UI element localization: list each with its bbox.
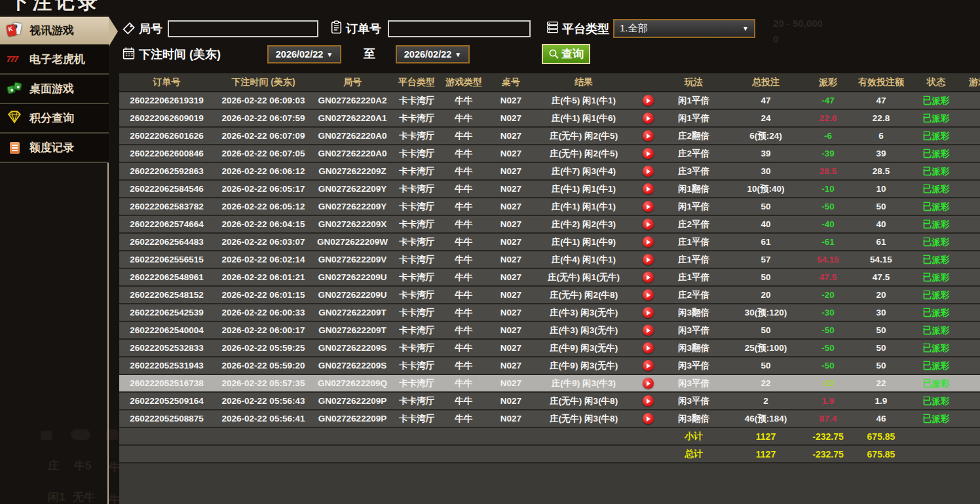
- replay-button[interactable]: [643, 272, 654, 283]
- table-row[interactable]: 2602220525167382026-02-22 05:57:35GN0272…: [119, 374, 980, 392]
- game-type-cell: 牛牛: [441, 357, 487, 374]
- date-range-to-label: 至: [364, 46, 375, 62]
- valid-bet-cell: 1.9: [848, 392, 914, 410]
- table-row[interactable]: 2602220525088752026-02-22 05:56:41GN0272…: [119, 410, 980, 427]
- round-number-cell: GN0272622209T: [312, 304, 392, 321]
- valid-bet-cell: 54.15: [848, 251, 914, 268]
- sidebar-item-slots[interactable]: 777 电子老虎机: [0, 45, 109, 75]
- result-cell: 庄(牛4) 闲1(牛1): [535, 251, 632, 268]
- background-blob: [41, 431, 52, 440]
- table-row[interactable]: 2602220625565152026-02-22 06:02:14GN0272…: [119, 251, 980, 268]
- total-bet-cell: 6(预:24): [724, 127, 808, 145]
- replay-button[interactable]: [643, 325, 654, 336]
- order-number-cell: 260222062564483: [119, 233, 214, 251]
- table-row[interactable]: 2602220625746642026-02-22 06:04:15GN0272…: [119, 215, 980, 233]
- sidebar-item-label: 视讯游戏: [29, 23, 74, 38]
- replay-button[interactable]: [643, 148, 654, 159]
- bet-type-cell: 闲1平倍: [664, 198, 724, 215]
- game-type-cell: 牛牛: [441, 374, 487, 392]
- gem-icon: [7, 109, 24, 127]
- page-title: 下注记录: [9, 0, 101, 16]
- sidebar-item-video-games[interactable]: 9K 视讯游戏: [0, 16, 109, 45]
- search-button[interactable]: 查询: [542, 44, 590, 64]
- status-cell: 已派彩: [914, 357, 958, 374]
- replay-button[interactable]: [643, 130, 654, 141]
- payout-cell: -50: [808, 321, 848, 339]
- table-row[interactable]: 2602220525091642026-02-22 05:56:43GN0272…: [119, 392, 980, 410]
- replay-button[interactable]: [643, 113, 654, 124]
- empty-cell: [119, 445, 214, 463]
- empty-cell: [632, 427, 664, 445]
- table-row[interactable]: 2602220626008462026-02-22 06:07:05GN0272…: [119, 145, 980, 162]
- table-row[interactable]: 2602220525319432026-02-22 05:59:20GN0272…: [119, 357, 980, 374]
- replay-button[interactable]: [643, 378, 654, 389]
- total-bet-cell: 50: [724, 198, 808, 215]
- replay-cell: [632, 198, 664, 215]
- table-row[interactable]: 2602220626090192026-02-22 06:07:59GN0272…: [119, 109, 980, 127]
- valid-bet-cell: 6: [848, 127, 914, 145]
- table-row[interactable]: 2602220525328332026-02-22 05:59:25GN0272…: [119, 339, 980, 357]
- game-type-cell: 牛牛: [441, 304, 487, 321]
- table-row[interactable]: 2602220625425392026-02-22 06:00:33GN0272…: [119, 304, 980, 321]
- payout-cell: -50: [808, 198, 848, 215]
- table-row[interactable]: 2602220625837822026-02-22 06:05:12GN0272…: [119, 198, 980, 215]
- table-row[interactable]: 2602220626193192026-02-22 06:09:03GN0272…: [119, 92, 980, 109]
- column-header: 下注时间 (美东): [214, 73, 312, 92]
- table-row[interactable]: 2602220625928632026-02-22 06:06:12GN0272…: [119, 162, 980, 180]
- replay-button[interactable]: [643, 360, 654, 371]
- table-number-cell: N027: [487, 233, 535, 251]
- replay-button[interactable]: [643, 395, 654, 406]
- replay-cell: [632, 180, 664, 198]
- result-cell: 庄(牛7) 闲3(牛4): [535, 162, 632, 180]
- valid-bet-cell: 47: [848, 92, 914, 109]
- replay-button[interactable]: [643, 95, 654, 106]
- order-number-input[interactable]: [388, 20, 531, 37]
- replay-button[interactable]: [643, 342, 654, 353]
- table-row[interactable]: 2602220625481522026-02-22 06:01:15GN0272…: [119, 286, 980, 304]
- round-number-cell: GN0272622209V: [312, 251, 392, 268]
- sidebar-item-points-query[interactable]: 积分查询: [0, 104, 109, 134]
- bet-time-cell: 2026-02-22 06:07:05: [214, 145, 312, 162]
- table-number-cell: N027: [487, 109, 535, 127]
- column-header: [632, 73, 664, 92]
- empty-cell: [914, 427, 958, 445]
- replay-button[interactable]: [643, 413, 654, 424]
- replay-button[interactable]: [643, 236, 654, 247]
- date-to-picker[interactable]: 2026/02/22 ▼: [396, 45, 470, 63]
- empty-cell: [914, 445, 958, 463]
- replay-button[interactable]: [643, 183, 654, 194]
- date-from-picker[interactable]: 2026/02/22 ▼: [267, 45, 341, 63]
- replay-cell: [632, 251, 664, 268]
- game-type-cell: 牛牛: [441, 339, 487, 357]
- sidebar-item-table-games[interactable]: 桌面游戏: [0, 75, 109, 104]
- sidebar-item-quota-records[interactable]: 额度记录: [0, 134, 109, 163]
- game-cell: [958, 162, 980, 180]
- replay-button[interactable]: [643, 254, 654, 265]
- table-number-cell: N027: [487, 251, 535, 268]
- replay-button[interactable]: [643, 307, 654, 318]
- replay-button[interactable]: [643, 201, 654, 212]
- game-type-cell: 牛牛: [441, 145, 487, 162]
- replay-button[interactable]: [643, 219, 654, 230]
- table-row[interactable]: 2602220625845462026-02-22 06:05:17GN0272…: [119, 180, 980, 198]
- total-bet-cell: 20: [724, 286, 808, 304]
- payout-cell: 54.15: [808, 251, 848, 268]
- platform-cell: 卡卡湾厅: [392, 251, 441, 268]
- status-cell: 已派彩: [914, 180, 958, 198]
- replay-button[interactable]: [643, 289, 654, 300]
- table-row[interactable]: 2602220625400042026-02-22 06:00:17GN0272…: [119, 321, 980, 339]
- table-header-row: 订单号下注时间 (美东)局号平台类型游戏类型桌号结果玩法总投注派彩有效投注额状态…: [119, 73, 980, 92]
- total-bet-cell: 50: [724, 357, 808, 374]
- empty-cell: [214, 427, 312, 445]
- bet-time-cell: 2026-02-22 05:59:20: [214, 357, 312, 374]
- table-number-cell: N027: [487, 215, 535, 233]
- table-row[interactable]: 2602220625644832026-02-22 06:03:07GN0272…: [119, 233, 980, 251]
- platform-type-select[interactable]: 1.全部 ▼: [613, 19, 755, 38]
- replay-button[interactable]: [643, 166, 654, 177]
- table-row[interactable]: 2602220626016262026-02-22 06:07:09GN0272…: [119, 127, 980, 145]
- bet-time-cell: 2026-02-22 05:56:41: [214, 410, 312, 427]
- table-row[interactable]: 2602220625489612026-02-22 06:01:21GN0272…: [119, 268, 980, 286]
- empty-cell: [535, 427, 632, 445]
- round-number-input[interactable]: [168, 20, 318, 37]
- date-to-value: 2026/02/22: [404, 49, 452, 60]
